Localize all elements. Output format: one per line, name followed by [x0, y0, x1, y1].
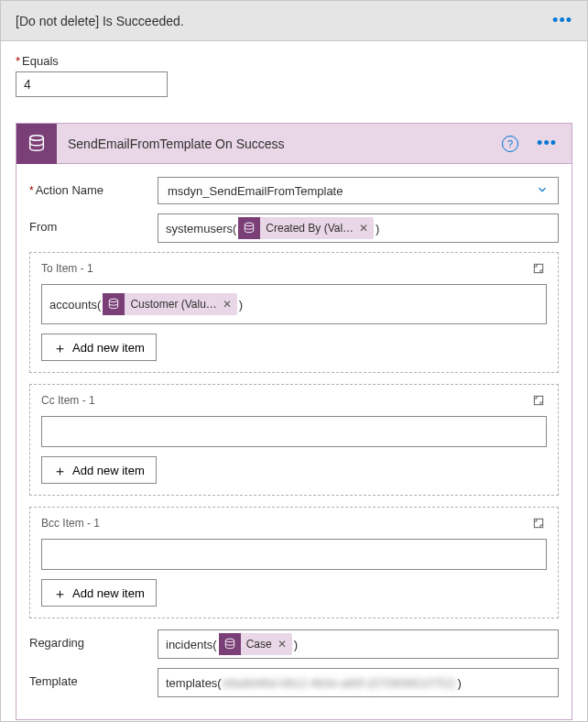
close-icon[interactable]: ✕ [278, 638, 287, 651]
regarding-suffix: ) [294, 638, 298, 651]
regarding-prefix: incidents( [166, 638, 217, 651]
template-suffix: ) [457, 676, 461, 690]
cc-add-item-button[interactable]: ＋ Add new item [41, 456, 157, 484]
action-body: *Action Name msdyn_SendEmailFromTemplate… [16, 164, 572, 719]
action-name-select[interactable]: msdyn_SendEmailFromTemplate [158, 177, 559, 204]
svg-point-1 [245, 223, 254, 226]
to-group-label: To Item - 1 [41, 262, 93, 275]
bcc-add-label: Add new item [72, 586, 145, 600]
to-add-label: Add new item [72, 341, 145, 355]
database-icon [16, 124, 57, 164]
svg-point-0 [30, 135, 44, 140]
regarding-input[interactable]: incidents( Case ✕ ) [158, 629, 559, 659]
regarding-token[interactable]: Case ✕ [219, 633, 292, 655]
to-prefix: accounts( [49, 298, 101, 312]
close-icon[interactable]: ✕ [223, 298, 232, 311]
from-token[interactable]: Created By (Val… ✕ [238, 217, 374, 239]
equals-value: 4 [24, 77, 31, 92]
cc-input[interactable] [41, 416, 547, 447]
bcc-group-label: Bcc Item - 1 [41, 517, 100, 530]
action-name-value: msdyn_SendEmailFromTemplate [168, 184, 343, 198]
database-icon [238, 217, 260, 239]
bcc-add-item-button[interactable]: ＋ Add new item [41, 579, 157, 607]
action-name-row: *Action Name msdyn_SendEmailFromTemplate [29, 177, 559, 204]
plus-icon: ＋ [53, 341, 67, 355]
from-row: From systemusers( Created By (Val… ✕ ) [29, 213, 559, 243]
required-star: * [29, 184, 34, 197]
template-label: Template [29, 668, 158, 688]
from-token-label: Created By (Val… [266, 222, 354, 235]
template-guid-blurred: b8a9d48d-0812-4b0e-a80f-(070906810752) [223, 676, 456, 690]
condition-title: [Do not delete] Is Succeeded. [16, 14, 184, 28]
svg-point-6 [225, 639, 234, 642]
overflow-icon[interactable]: ••• [549, 11, 576, 30]
bcc-input[interactable] [41, 539, 547, 570]
action-card: SendEmailFromTemplate On Success ? ••• *… [16, 123, 572, 720]
database-icon [219, 633, 241, 655]
cc-group: Cc Item - 1 ＋ Add new item [29, 384, 559, 496]
plus-icon: ＋ [53, 586, 67, 600]
to-suffix: ) [239, 298, 243, 312]
from-suffix: ) [376, 222, 379, 235]
equals-input[interactable]: 4 [16, 71, 168, 97]
from-input[interactable]: systemusers( Created By (Val… ✕ ) [158, 213, 559, 243]
svg-point-3 [110, 299, 118, 302]
to-input[interactable]: accounts( Customer (Valu… ✕ ) [41, 284, 547, 324]
collapse-icon[interactable] [530, 260, 547, 277]
template-input[interactable]: templates( b8a9d48d-0812-4b0e-a80f-(0709… [158, 668, 559, 697]
close-icon[interactable]: ✕ [359, 222, 368, 235]
from-label: From [29, 213, 158, 234]
template-row: Template templates( b8a9d48d-0812-4b0e-a… [29, 668, 559, 697]
collapse-icon[interactable] [530, 392, 547, 409]
condition-body: *Equals 4 SendEmailFromTemplate On Succe… [1, 41, 587, 722]
cc-group-label: Cc Item - 1 [41, 394, 95, 407]
equals-label: *Equals [16, 54, 572, 68]
to-add-item-button[interactable]: ＋ Add new item [41, 334, 157, 361]
svg-rect-5 [534, 519, 542, 527]
overflow-icon[interactable]: ••• [533, 134, 561, 153]
svg-rect-4 [534, 396, 542, 404]
svg-rect-2 [534, 264, 542, 272]
action-title: SendEmailFromTemplate On Success [57, 137, 502, 151]
plus-icon: ＋ [53, 464, 67, 477]
to-group: To Item - 1 accounts( Customer (Valu… ✕ [29, 252, 559, 373]
bcc-group: Bcc Item - 1 ＋ Add new item [29, 507, 559, 618]
required-star: * [16, 54, 20, 68]
action-name-label: *Action Name [29, 177, 158, 197]
regarding-token-label: Case [246, 638, 272, 651]
help-icon[interactable]: ? [502, 136, 518, 152]
action-header[interactable]: SendEmailFromTemplate On Success ? ••• [16, 124, 572, 164]
database-icon [103, 293, 125, 315]
regarding-label: Regarding [29, 629, 158, 650]
to-token[interactable]: Customer (Valu… ✕ [103, 293, 236, 315]
collapse-icon[interactable] [530, 515, 547, 531]
from-prefix: systemusers( [166, 222, 236, 235]
equals-label-text: Equals [22, 54, 59, 68]
condition-header[interactable]: [Do not delete] Is Succeeded. ••• [1, 1, 587, 41]
cc-add-label: Add new item [72, 464, 145, 477]
chevron-down-icon [536, 183, 549, 199]
regarding-row: Regarding incidents( Case ✕ ) [29, 629, 559, 659]
template-prefix: templates( [166, 676, 222, 690]
to-token-label: Customer (Valu… [130, 298, 216, 311]
